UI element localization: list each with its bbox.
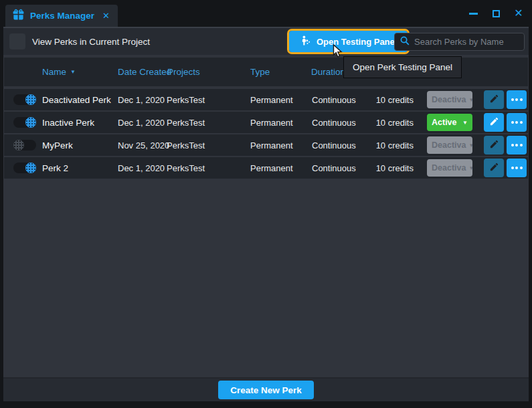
gift-icon (12, 8, 25, 23)
more-options-button[interactable] (507, 90, 527, 109)
perk-date-created: Dec 1, 2020 (118, 157, 165, 179)
status-label: Deactiva (432, 163, 466, 173)
perk-type: Permanent (250, 112, 293, 133)
create-new-perk-button[interactable]: Create New Perk (218, 381, 314, 399)
column-label: Date Created (118, 67, 171, 77)
pencil-icon (489, 139, 499, 151)
more-options-button[interactable] (507, 136, 527, 155)
table-row: MyPerk Nov 25, 2020 PerksTest Permanent … (4, 134, 528, 156)
perk-date-created: Dec 1, 2020 (118, 89, 165, 110)
column-label: Duration (311, 67, 345, 77)
perk-cost: 10 credits (352, 134, 414, 156)
tooltip: Open Perk Testing Panel (343, 56, 462, 78)
chevron-down-icon: ▼ (468, 142, 472, 148)
perk-duration: Continuous (312, 134, 356, 156)
status-label: Active (432, 118, 457, 127)
more-options-button[interactable] (507, 113, 527, 132)
perk-list: Deactivated Perk Dec 1, 2020 PerksTest P… (4, 89, 528, 180)
table-row: Deactivated Perk Dec 1, 2020 PerksTest P… (4, 89, 528, 110)
open-testing-panel-button[interactable]: Open Testing Panel (289, 31, 408, 52)
perk-duration: Continuous (312, 112, 356, 133)
footer-bar: Create New Perk (3, 377, 529, 401)
perk-name: Perk 2 (42, 157, 68, 179)
perk-date-created: Dec 1, 2020 (118, 112, 165, 133)
more-options-button[interactable] (507, 159, 527, 177)
globe-icon (25, 94, 36, 105)
perk-live-toggle[interactable] (13, 94, 36, 105)
column-label: Name (42, 67, 66, 77)
tab-close-icon[interactable]: ✕ (102, 11, 110, 21)
perk-project: PerksTest (167, 89, 205, 110)
content-area: View Perks in Current Project Open Testi… (3, 27, 529, 401)
column-label: Projects (167, 67, 200, 77)
perk-duration: Continuous (312, 157, 356, 179)
status-dropdown[interactable]: Deactiva ▼ (427, 91, 472, 108)
globe-icon (25, 117, 36, 128)
tab-bar: Perks Manager ✕ ✕ (0, 0, 532, 27)
globe-icon (25, 163, 36, 173)
maximize-button[interactable] (491, 8, 501, 19)
perk-type: Permanent (250, 157, 293, 179)
search-input[interactable] (414, 37, 519, 47)
column-header-projects[interactable]: Projects (167, 58, 200, 86)
perk-type: Permanent (250, 89, 293, 110)
open-testing-panel-label: Open Testing Panel (317, 37, 397, 47)
window-close-button[interactable]: ✕ (513, 8, 524, 19)
perk-name: MyPerk (42, 134, 73, 156)
status-dropdown[interactable]: Active ▼ (427, 114, 472, 131)
tab-perks-manager[interactable]: Perks Manager ✕ (5, 5, 118, 27)
edit-perk-button[interactable] (484, 136, 504, 155)
table-row: Inactive Perk Dec 1, 2020 PerksTest Perm… (4, 112, 528, 133)
status-label: Deactiva (432, 95, 466, 104)
perk-cost: 10 credits (352, 112, 414, 133)
edit-perk-button[interactable] (484, 90, 504, 109)
ellipsis-icon (511, 121, 523, 124)
chevron-down-icon: ▼ (468, 97, 472, 103)
toolbar: View Perks in Current Project Open Testi… (3, 28, 529, 55)
pencil-icon (489, 116, 499, 128)
status-dropdown[interactable]: Deactiva ▼ (427, 136, 472, 154)
perks-manager-window: Perks Manager ✕ ✕ View Perks in Current … (0, 0, 532, 408)
pencil-icon (489, 162, 499, 174)
view-current-project-label: View Perks in Current Project (32, 28, 150, 55)
perk-cost: 10 credits (352, 89, 414, 110)
perk-project: PerksTest (167, 157, 205, 179)
table-row: Perk 2 Dec 1, 2020 PerksTest Permanent C… (4, 157, 528, 179)
perk-live-toggle[interactable] (13, 163, 36, 173)
magnifier-icon (400, 35, 410, 49)
column-header-type[interactable]: Type (250, 58, 270, 86)
chevron-down-icon: ▼ (462, 120, 468, 126)
status-label: Deactiva (432, 140, 466, 150)
perk-live-toggle[interactable] (13, 117, 36, 128)
player-test-icon (300, 35, 311, 48)
ellipsis-icon (511, 167, 523, 169)
column-label: Type (250, 67, 270, 77)
column-header-name[interactable]: Name ▼ (42, 58, 76, 86)
pencil-icon (489, 94, 499, 106)
sort-descending-icon: ▼ (70, 69, 76, 75)
perk-name: Inactive Perk (42, 112, 94, 133)
chevron-down-icon: ▼ (468, 165, 472, 171)
perk-name: Deactivated Perk (42, 89, 111, 110)
window-controls: ✕ (468, 8, 524, 19)
ellipsis-icon (511, 98, 523, 101)
minimize-button[interactable] (468, 8, 478, 19)
column-header-duration[interactable]: Duration (311, 58, 345, 86)
perk-project: PerksTest (167, 134, 205, 156)
column-header-date-created[interactable]: Date Created (118, 58, 171, 86)
edit-perk-button[interactable] (484, 159, 504, 177)
globe-icon (13, 140, 24, 150)
perk-project: PerksTest (167, 112, 205, 133)
perk-date-created: Nov 25, 2020 (118, 134, 169, 156)
tab-title: Perks Manager (30, 11, 94, 21)
search-field (394, 33, 525, 51)
edit-perk-button[interactable] (484, 113, 504, 132)
perk-type: Permanent (250, 134, 293, 156)
ellipsis-icon (511, 144, 523, 146)
view-current-project-checkbox[interactable] (9, 33, 25, 49)
perk-live-toggle[interactable] (13, 140, 36, 150)
perk-cost: 10 credits (352, 157, 414, 179)
perk-duration: Continuous (312, 89, 356, 110)
status-dropdown[interactable]: Deactiva ▼ (427, 159, 472, 177)
